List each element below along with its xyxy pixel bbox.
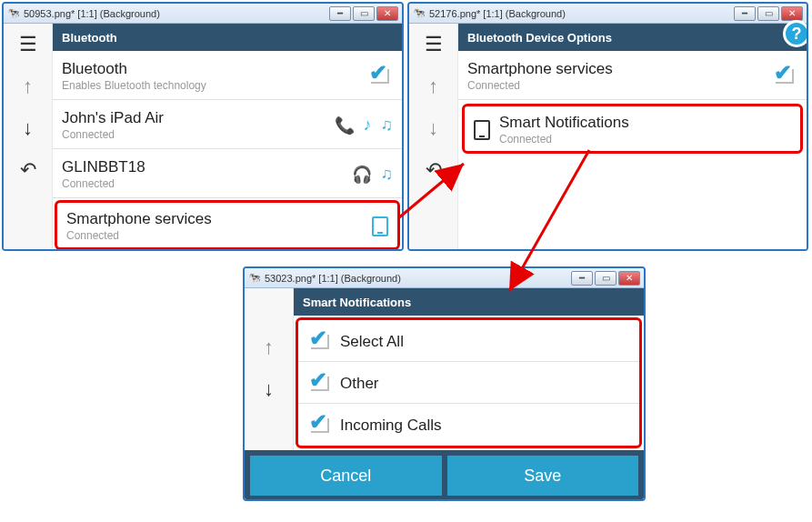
cancel-button[interactable]: Cancel [250,456,442,496]
close-button[interactable]: ✕ [376,6,398,21]
row-select-all[interactable]: Select All [298,320,639,362]
row-title: John's iPad Air [62,109,335,127]
app-icon: 🐄 [248,272,261,285]
row-smartphone-services[interactable]: Smartphone services Connected [458,51,807,100]
content-column: Bluetooth Device Options ? Smartphone se… [458,24,807,249]
minimize-button[interactable]: ━ [571,271,593,286]
row-title: Smartphone services [467,60,772,78]
nav-column: ☰ ↑ ↓ ↶ [4,24,53,249]
music-icon: ♫ [381,165,394,184]
row-title: Incoming Calls [340,417,442,435]
check-icon [307,373,333,395]
window-controls: ━ ▭ ✕ [329,6,398,21]
row-icons: 🎧 ♫ [352,165,394,185]
down-arrow-icon[interactable]: ↓ [252,374,286,405]
action-bar: Cancel Save [245,450,644,501]
titlebar: 🐄 53023.png* [1:1] (Background) ━ ▭ ✕ [245,268,644,288]
row-subtitle: Connected [62,128,335,141]
panel-header: Smart Notifications [294,288,644,316]
panel-title: Smart Notifications [303,296,411,309]
panel-title: Bluetooth Device Options [467,31,612,45]
row-subtitle: Connected [499,133,791,146]
app-icon: 🐄 [7,7,20,20]
row-subtitle: Enables Bluetooth technology [62,79,367,92]
titlebar: 🐄 52176.png* [1:1] (Background) ━ ▭ ✕ [409,4,807,24]
smartphone-icon [372,216,388,236]
row-icons [372,216,388,236]
panel-header: Bluetooth Device Options ? [458,24,807,51]
window-title: 52176.png* [1:1] (Background) [429,8,730,19]
panel-header: Bluetooth [53,24,402,51]
row-incoming-calls[interactable]: Incoming Calls [298,404,639,446]
row-title: Other [340,375,379,393]
row-bluetooth-toggle[interactable]: Bluetooth Enables Bluetooth technology [53,51,402,100]
phone-icon: 📞 [335,115,355,136]
maximize-button[interactable]: ▭ [353,6,375,21]
minimize-button[interactable]: ━ [734,6,756,21]
up-arrow-icon[interactable]: ↑ [11,71,45,102]
window-device-options: 🐄 52176.png* [1:1] (Background) ━ ▭ ✕ ☰ … [407,2,808,251]
help-icon[interactable]: ? [783,20,808,47]
row-title: Select All [340,333,404,351]
back-icon[interactable]: ↶ [416,155,451,186]
titlebar: 🐄 50953.png* [1:1] (Background) ━ ▭ ✕ [4,4,402,24]
up-arrow-icon[interactable]: ↑ [252,332,286,363]
window-bluetooth: 🐄 50953.png* [1:1] (Background) ━ ▭ ✕ ☰ … [2,2,404,251]
up-arrow-icon[interactable]: ↑ [416,71,451,102]
device-body: ☰ ↑ ↓ ↶ Bluetooth Device Options ? Smart… [409,24,807,249]
down-arrow-icon[interactable]: ↓ [416,113,451,144]
down-arrow-icon[interactable]: ↓ [11,113,45,144]
music-icon: ♫ [381,115,394,135]
nav-column: ↑ ↓ [245,288,294,450]
device-body: ☰ ↑ ↓ ↶ Bluetooth Bluetooth Enables Blue… [4,24,402,249]
row-glinbbt[interactable]: GLINBBT18 Connected 🎧 ♫ [53,149,402,198]
row-subtitle: Connected [66,229,372,242]
row-ipad[interactable]: John's iPad Air Connected 📞 ♪ ♫ [53,100,402,149]
window-title: 50953.png* [1:1] (Background) [24,8,326,19]
window-smart-notifications: 🐄 53023.png* [1:1] (Background) ━ ▭ ✕ ↑ … [243,266,646,501]
close-button[interactable]: ✕ [618,271,640,286]
row-title: Smart Notifications [499,114,791,132]
check-icon [367,65,393,87]
row-other[interactable]: Other [298,362,639,404]
headset-icon: 🎧 [352,165,372,185]
save-button[interactable]: Save [447,456,639,496]
row-smart-notifications[interactable]: Smart Notifications Connected [462,104,803,154]
content-column: Smart Notifications Select All Other Inc… [294,288,644,450]
back-icon[interactable]: ↶ [11,155,45,186]
close-button[interactable]: ✕ [781,6,803,21]
nav-column: ☰ ↑ ↓ ↶ [409,24,458,249]
panel-title: Bluetooth [62,31,117,45]
row-title: GLINBBT18 [62,158,352,176]
row-title: Smartphone services [66,210,372,228]
maximize-button[interactable]: ▭ [757,6,779,21]
row-title: Bluetooth [62,60,367,78]
row-smartphone-services[interactable]: Smartphone services Connected [55,200,400,250]
menu-icon[interactable]: ☰ [11,29,45,60]
app-icon: 🐄 [413,7,426,20]
window-controls: ━ ▭ ✕ [571,271,640,286]
menu-icon[interactable]: ☰ [416,29,451,60]
check-icon [307,331,333,353]
window-controls: ━ ▭ ✕ [734,6,803,21]
smartphone-icon [474,120,490,140]
media-icon: ♪ [364,115,372,135]
check-icon [772,65,797,87]
row-subtitle: Connected [62,177,352,190]
window-title: 53023.png* [1:1] (Background) [265,273,567,284]
check-icon [307,415,333,437]
row-subtitle: Connected [467,79,772,92]
maximize-button[interactable]: ▭ [595,271,617,286]
content-column: Bluetooth Bluetooth Enables Bluetooth te… [53,24,402,249]
row-icons: 📞 ♪ ♫ [335,115,394,136]
device-body: ↑ ↓ Smart Notifications Select All Other [245,288,644,499]
minimize-button[interactable]: ━ [329,6,351,21]
